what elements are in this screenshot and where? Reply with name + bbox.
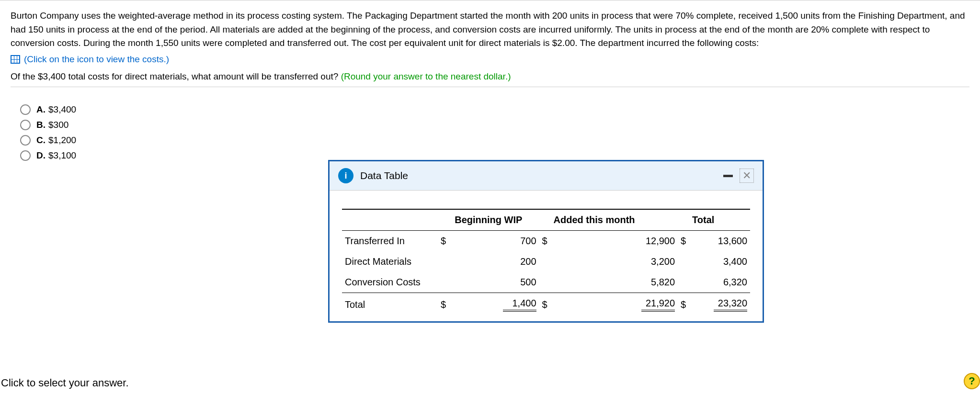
popup-body: Beginning WIP Added this month Total Tra… — [330, 191, 763, 321]
cell-value: 5,820 — [554, 272, 678, 293]
option-text: $300 — [48, 120, 68, 130]
costs-table: Beginning WIP Added this month Total Tra… — [342, 209, 750, 316]
row-label: Conversion Costs — [342, 272, 438, 293]
option-text: $3,400 — [48, 104, 76, 114]
close-button[interactable]: ✕ — [740, 169, 754, 183]
dollar-sign: $ — [438, 231, 452, 252]
option-text: $3,100 — [48, 150, 76, 160]
info-icon: i — [338, 168, 353, 183]
table-total-row: Total $ 1,400 $ 21,920 $ 23,320 — [342, 293, 750, 317]
dollar-sign: $ — [678, 293, 692, 317]
dollar-sign: $ — [678, 231, 692, 252]
cell-value: 21,920 — [554, 293, 678, 317]
row-label: Direct Materials — [342, 251, 438, 272]
popup-title: Data Table — [360, 170, 408, 181]
divider — [11, 87, 969, 87]
answer-option-c[interactable]: C.$1,200 — [20, 135, 969, 146]
dollar-sign — [678, 272, 692, 293]
row-label: Total — [342, 293, 438, 317]
table-row: Direct Materials 200 3,200 3,400 — [342, 251, 750, 272]
dollar-sign — [438, 251, 452, 272]
answers-area: A.$3,400 B.$300 C.$1,200 D.$3,100 — [11, 104, 969, 161]
row-label: Transferred In — [342, 231, 438, 252]
radio-icon — [20, 135, 31, 146]
popup-header-right: ✕ — [723, 169, 754, 183]
dollar-sign — [678, 251, 692, 272]
help-button[interactable]: ? — [964, 373, 980, 389]
radio-icon — [20, 120, 31, 130]
answer-option-a[interactable]: A.$3,400 — [20, 104, 969, 115]
table-row: Transferred In $ 700 $ 12,900 $ 13,600 — [342, 231, 750, 252]
cell-value: 12,900 — [554, 231, 678, 252]
radio-icon — [20, 104, 31, 115]
option-letter: B. — [36, 120, 46, 130]
cell-value: 500 — [452, 272, 539, 293]
dollar-sign: $ — [539, 293, 554, 317]
view-costs-label: (Click on the icon to view the costs.) — [24, 54, 169, 65]
popup-header: i Data Table ✕ — [330, 161, 763, 191]
cell-value: 3,400 — [692, 251, 750, 272]
dollar-sign: $ — [438, 293, 452, 317]
dollar-sign — [539, 251, 554, 272]
dollar-sign — [539, 272, 554, 293]
footer-text: Click to select your answer. — [1, 377, 129, 389]
answer-options: A.$3,400 B.$300 C.$1,200 D.$3,100 — [20, 104, 969, 161]
cell-value: 23,320 — [692, 293, 750, 317]
cell-value: 200 — [452, 251, 539, 272]
col-header-added: Added this month — [539, 209, 678, 231]
popup-header-left: i Data Table — [338, 168, 408, 183]
answer-option-b[interactable]: B.$300 — [20, 120, 969, 130]
sub-question-hint: (Round your answer to the nearest dollar… — [341, 71, 511, 81]
radio-icon — [20, 150, 31, 161]
table-header-row: Beginning WIP Added this month Total — [342, 209, 750, 231]
question-container: Burton Company uses the weighted-average… — [0, 0, 980, 161]
cell-value: 3,200 — [554, 251, 678, 272]
option-letter: A. — [36, 104, 46, 114]
col-header-wip: Beginning WIP — [438, 209, 539, 231]
cell-value: 1,400 — [452, 293, 539, 317]
minimize-button[interactable] — [723, 175, 733, 177]
answer-option-d[interactable]: D.$3,100 — [20, 150, 969, 161]
table-icon — [11, 55, 20, 64]
sub-question-text: Of the $3,400 total costs for direct mat… — [11, 71, 341, 81]
dollar-sign — [438, 272, 452, 293]
cell-value: 13,600 — [692, 231, 750, 252]
view-costs-link[interactable]: (Click on the icon to view the costs.) — [11, 54, 969, 65]
sub-question: Of the $3,400 total costs for direct mat… — [11, 71, 969, 82]
data-table-popup: i Data Table ✕ Beginning WIP Added this … — [328, 160, 764, 323]
col-header-blank — [342, 209, 438, 231]
cell-value: 700 — [452, 231, 539, 252]
option-text: $1,200 — [48, 135, 76, 145]
question-main-text: Burton Company uses the weighted-average… — [11, 9, 969, 50]
option-letter: C. — [36, 135, 46, 145]
dollar-sign: $ — [539, 231, 554, 252]
option-letter: D. — [36, 150, 46, 160]
table-row: Conversion Costs 500 5,820 6,320 — [342, 272, 750, 293]
cell-value: 6,320 — [692, 272, 750, 293]
col-header-total: Total — [678, 209, 750, 231]
